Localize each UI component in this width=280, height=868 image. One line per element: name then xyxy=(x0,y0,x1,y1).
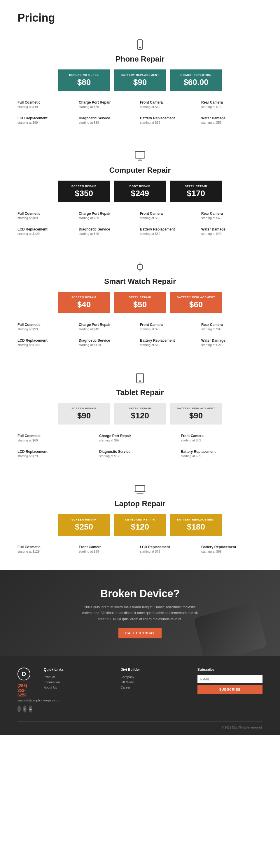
divi-link-career[interactable]: Career xyxy=(121,686,186,689)
service-item: Full Cosmetic starting at $129 xyxy=(18,543,79,556)
site-footer: D (255) 352-6258 support@diviphonerepair… xyxy=(0,656,280,735)
card-price: $120 xyxy=(117,411,163,421)
price-card-2: Battery Replacement $60 xyxy=(170,292,222,313)
computer-title: Computer Repair xyxy=(18,166,262,175)
price-card-0: Screen Repair $350 xyxy=(58,181,110,202)
service-item: Front Camera starting at $89 xyxy=(181,432,262,444)
price-card-0: Screen Repair $250 xyxy=(58,514,110,536)
laptop-icon xyxy=(18,484,262,496)
price-card-0: Replacing Glass $80 xyxy=(58,69,110,91)
service-item: LCD Replacement starting at $79 xyxy=(18,447,99,460)
service-item: Water Damage starting at $59 xyxy=(201,114,262,127)
smartwatch-price-cards: Screen Repair $40Bezel Repair $50Battery… xyxy=(18,292,262,313)
svg-rect-5 xyxy=(138,265,143,270)
footer-bottom: © 2022 Divi. All rights reserved. xyxy=(18,721,262,729)
page-title: Pricing xyxy=(18,12,262,24)
phone-title: Phone Repair xyxy=(18,55,262,64)
quick-links-title: Quick Links xyxy=(44,668,109,672)
laptop-price-cards: Screen Repair $250Keyboard Repair $120Ba… xyxy=(18,514,262,536)
section-smartwatch: Smart Watch RepairScreen Repair $40Bezel… xyxy=(0,252,280,364)
service-item: Charge Port Repair starting at $49 xyxy=(79,320,140,333)
svg-point-9 xyxy=(140,381,141,382)
footer-email: support@diviphonerepair.com xyxy=(18,699,32,702)
card-label: Screen Repair xyxy=(61,407,107,410)
service-item: Battery Replacement starting at $89 xyxy=(140,225,201,238)
facebook-icon[interactable]: f xyxy=(18,706,21,712)
computer-icon xyxy=(18,150,262,163)
twitter-icon[interactable]: t xyxy=(23,706,26,712)
tablet-services-row1: Full Cosmetic starting at $69Charge Port… xyxy=(18,432,262,444)
service-item: Charge Port Repair starting at $99 xyxy=(99,432,181,444)
linkedin-icon[interactable]: in xyxy=(29,706,32,712)
service-item: Diagnostic Service starting at $49 xyxy=(79,225,140,238)
card-price: $249 xyxy=(117,189,163,198)
card-label: Battery Replacement xyxy=(173,518,219,521)
copyright-text: © 2022 Divi. All rights reserved. xyxy=(222,726,262,729)
card-price: $90 xyxy=(173,411,219,421)
divi-builder-title: Divi Builder xyxy=(121,668,186,672)
phone-services-row2: LCD Replacement starting at $99Diagnosti… xyxy=(18,114,262,127)
svg-point-1 xyxy=(139,47,140,48)
laptop-title: Laptop Repair xyxy=(18,499,262,508)
service-item: LCD Replacement starting at $79 xyxy=(140,543,201,556)
service-item: Water Damage starting at $219 xyxy=(201,336,262,349)
service-item: Front Camera starting at $79 xyxy=(140,320,201,333)
cta-text: Nulla quis lorem at libero malesuada feu… xyxy=(82,604,198,622)
service-item: Full Cosmetic starting at $99 xyxy=(18,320,79,333)
pricing-header: Pricing xyxy=(0,0,280,30)
smartwatch-icon xyxy=(18,261,262,274)
divi-link-company[interactable]: Company xyxy=(121,675,186,679)
subscribe-col: Subscribe SUBSCRIBE xyxy=(197,668,262,712)
service-item: Full Cosmetic starting at $69 xyxy=(18,432,99,444)
price-card-1: Battery Replacement $90 xyxy=(114,69,166,91)
service-item: Diagnostic Service starting at $39 xyxy=(79,114,140,127)
card-label: Screen Repair xyxy=(61,518,107,521)
logo-letter: D xyxy=(22,671,26,678)
footer-logo-col: D (255) 352-6258 support@diviphonerepair… xyxy=(18,668,32,712)
quick-links-col: Quick Links Product Information About Us xyxy=(44,668,109,712)
service-item: Full Cosmetic starting at $89 xyxy=(18,209,79,222)
service-item: LCD Replacement starting at $99 xyxy=(18,114,79,127)
price-card-2: Board Inspection $60.00 xyxy=(170,69,222,91)
section-phone: Phone RepairReplacing Glass $80Battery R… xyxy=(0,30,280,141)
card-label: Battery Replacement xyxy=(173,407,219,410)
card-label: Replacing Glass xyxy=(61,73,107,76)
quick-link-product[interactable]: Product xyxy=(44,675,109,679)
laptop-services-row1: Full Cosmetic starting at $129Front Came… xyxy=(18,543,262,556)
smartwatch-title: Smart Watch Repair xyxy=(18,277,262,286)
price-card-2: Battery Replacement $90 xyxy=(170,403,222,425)
price-card-0: Screen Repair $40 xyxy=(58,292,110,313)
card-label: Body Repair xyxy=(117,185,163,188)
card-price: $170 xyxy=(173,189,219,198)
price-card-1: Bezel Repair $120 xyxy=(114,403,166,425)
svg-rect-10 xyxy=(135,486,145,492)
svg-rect-2 xyxy=(135,151,145,158)
phone-services-row1: Full Cosmetic starting at $49Charge Port… xyxy=(18,98,262,111)
service-item: Rear Camera starting at $79 xyxy=(201,98,262,111)
smartwatch-services-row2: LCD Replacement starting at $149Diagnost… xyxy=(18,336,262,349)
service-item: Rear Camera starting at $89 xyxy=(201,320,262,333)
quick-link-about[interactable]: About Us xyxy=(44,686,109,689)
card-label: Bezel Repair xyxy=(173,185,219,188)
price-card-2: Battery Replacement $180 xyxy=(170,514,222,536)
cta-button[interactable]: CALL US TODAY xyxy=(118,628,162,639)
section-laptop: Laptop RepairScreen Repair $250Keyboard … xyxy=(0,475,280,570)
quick-link-information[interactable]: Information xyxy=(44,680,109,684)
card-price: $40 xyxy=(61,300,107,309)
section-computer: Computer RepairScreen Repair $350Body Re… xyxy=(0,141,280,252)
service-item: Battery Replacement starting at $99 xyxy=(140,114,201,127)
card-price: $60 xyxy=(173,300,219,309)
phone-price-cards: Replacing Glass $80Battery Replacement $… xyxy=(18,69,262,91)
card-price: $50 xyxy=(117,300,163,309)
smartwatch-services-row1: Full Cosmetic starting at $99Charge Port… xyxy=(18,320,262,333)
divi-link-lift-media[interactable]: Lift Media xyxy=(121,680,186,684)
divi-builder-col: Divi Builder Company Lift Media Career xyxy=(121,668,186,712)
subscribe-button[interactable]: SUBSCRIBE xyxy=(197,685,262,694)
footer-socials: f t in xyxy=(18,706,32,712)
card-label: Battery Replacement xyxy=(173,296,219,299)
subscribe-input[interactable] xyxy=(197,675,262,683)
service-item: Battery Replacement starting at $69 xyxy=(181,447,262,460)
price-card-1: Body Repair $249 xyxy=(114,181,166,202)
card-price: $90 xyxy=(117,78,163,87)
card-label: Battery Replacement xyxy=(117,73,163,76)
